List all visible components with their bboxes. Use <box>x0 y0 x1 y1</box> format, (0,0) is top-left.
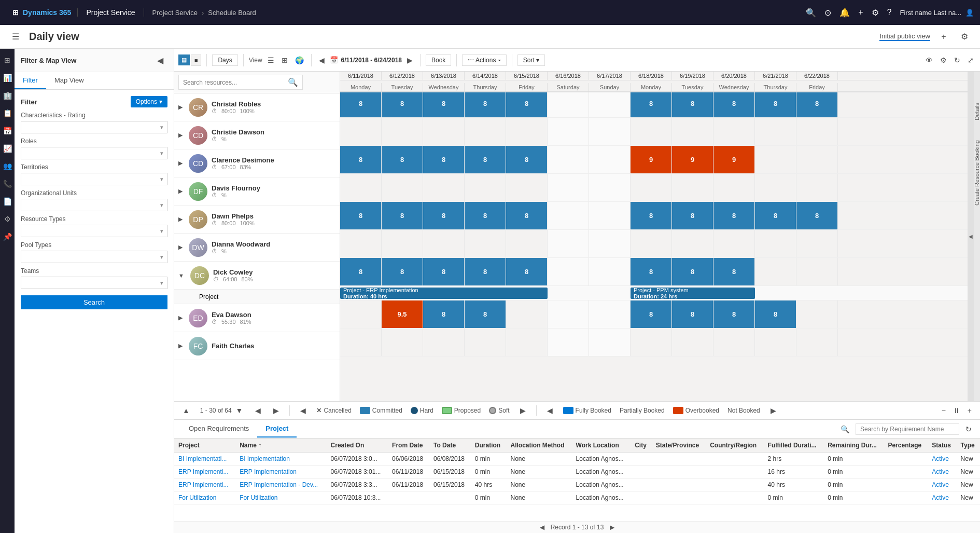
book-button[interactable]: Book <box>426 54 451 66</box>
prev-record-btn[interactable]: ◀ <box>540 524 544 531</box>
sidebar-chart-icon[interactable]: 📈 <box>0 141 15 156</box>
cell-dawn-5[interactable]: 8 <box>506 202 548 229</box>
cell-christal-11[interactable]: 8 <box>755 90 796 117</box>
row1-status-link[interactable]: Active <box>932 455 949 462</box>
sidebar-calendar-icon[interactable]: 📅 <box>0 124 15 138</box>
cell-dick-1[interactable]: 8 <box>340 258 382 285</box>
settings-button[interactable]: ⚙ <box>938 54 949 66</box>
cell-christal-5[interactable]: 8 <box>506 90 548 117</box>
cell-christal-8[interactable]: 8 <box>631 90 672 117</box>
cell-clarence-1[interactable]: 8 <box>340 146 382 173</box>
legend-cal-next[interactable]: ▶ <box>518 404 528 417</box>
sidebar-docs-icon[interactable]: 📄 <box>0 194 15 209</box>
resource-types-select[interactable] <box>21 225 167 237</box>
cell-dawn-12[interactable]: 8 <box>796 202 838 229</box>
org-units-select[interactable] <box>21 199 167 211</box>
actions-button[interactable]: ⬸ Actions ▾ <box>462 54 506 66</box>
legend-prev-button[interactable]: ◀ <box>253 404 263 417</box>
search-submit-icon[interactable]: 🔍 <box>288 77 298 87</box>
cell-dick-10[interactable]: 8 <box>713 258 755 285</box>
expand-christal[interactable]: ▶ <box>178 104 183 111</box>
project-bar-ppm[interactable]: Project - PPM system Duration: 24 hrs <box>631 288 755 299</box>
expand-christie[interactable]: ▶ <box>178 132 183 139</box>
expand-davis[interactable]: ▶ <box>178 188 183 195</box>
breadcrumb-item1[interactable]: Project Service <box>152 9 198 17</box>
characteristics-select[interactable] <box>21 121 167 133</box>
row1-name-link[interactable]: BI Implementation <box>240 455 290 462</box>
bottom-refresh-button[interactable]: ↻ <box>963 423 974 435</box>
cell-dick-4[interactable]: 8 <box>465 258 506 285</box>
menu-toggle-button[interactable]: ☰ <box>8 30 23 44</box>
help-icon[interactable]: ? <box>887 8 892 17</box>
sidebar-account-icon[interactable]: 🏢 <box>0 88 15 103</box>
grid-view-btn[interactable]: ▦ <box>178 54 190 65</box>
sidebar-phone-icon[interactable]: 📞 <box>0 176 15 191</box>
pool-types-select[interactable] <box>21 251 167 263</box>
zoom-out-button[interactable]: − <box>940 404 948 417</box>
next-date-button[interactable]: ▶ <box>405 54 415 66</box>
cell-eva-2[interactable]: 9.5 <box>382 300 423 328</box>
sidebar-dashboard-icon[interactable]: 📊 <box>0 71 15 85</box>
settings-icon[interactable]: ⚙ <box>872 8 879 18</box>
row2-status-link[interactable]: Active <box>932 468 949 475</box>
cell-clarence-2[interactable]: 8 <box>382 146 423 173</box>
cell-christal-4[interactable]: 8 <box>465 90 506 117</box>
territories-select[interactable] <box>21 173 167 185</box>
cell-dawn-3[interactable]: 8 <box>423 202 465 229</box>
right-collapse-handle[interactable]: ◀ <box>968 72 974 401</box>
cell-dawn-11[interactable]: 8 <box>755 202 796 229</box>
expand-button[interactable]: ⤢ <box>965 54 976 66</box>
bottom-search-input[interactable] <box>856 423 959 435</box>
cell-dick-3[interactable]: 8 <box>423 258 465 285</box>
row3-name-link[interactable]: ERP Implementation - Dev... <box>240 481 318 488</box>
next-record-btn[interactable]: ▶ <box>610 524 614 531</box>
cell-clarence-5[interactable]: 8 <box>506 146 548 173</box>
prev-date-button[interactable]: ◀ <box>317 54 327 66</box>
globe-view-button[interactable]: 🌍 <box>293 54 306 66</box>
cell-dawn-9[interactable]: 8 <box>672 202 713 229</box>
row2-name-link[interactable]: ERP Implementation <box>240 468 297 475</box>
cell-dawn-8[interactable]: 8 <box>631 202 672 229</box>
cell-christal-3[interactable]: 8 <box>423 90 465 117</box>
cell-christal-2[interactable]: 8 <box>382 90 423 117</box>
cell-clarence-10[interactable]: 9 <box>713 146 755 173</box>
row3-status-link[interactable]: Active <box>932 481 949 488</box>
row3-project-link[interactable]: ERP Implementi... <box>178 481 228 488</box>
row4-name-link[interactable]: For Utilization <box>240 494 277 501</box>
row4-project-link[interactable]: For Utilization <box>178 494 216 501</box>
bookmark-icon[interactable]: ⊙ <box>824 8 831 18</box>
expand-eva[interactable]: ▶ <box>178 315 183 321</box>
legend-next-button[interactable]: ▶ <box>271 404 281 417</box>
expand-clarence[interactable]: ▶ <box>178 160 183 167</box>
pause-button[interactable]: ⏸ <box>951 404 962 417</box>
cell-clarence-3[interactable]: 8 <box>423 146 465 173</box>
module-name[interactable]: Project Service <box>78 8 144 17</box>
list-view-btn[interactable]: ≡ <box>191 54 201 66</box>
cell-dick-2[interactable]: 8 <box>382 258 423 285</box>
filter-panel-collapse-button[interactable]: ◀ <box>153 53 167 67</box>
cell-eva-11[interactable]: 8 <box>755 300 796 328</box>
sidebar-settings-icon[interactable]: ⚙ <box>0 212 15 226</box>
teams-select[interactable] <box>21 277 167 289</box>
tab-open-requirements[interactable]: Open Requirements <box>180 420 257 438</box>
cell-dawn-4[interactable]: 8 <box>465 202 506 229</box>
filter-tab-map[interactable]: Map View <box>46 72 92 89</box>
cell-dawn-2[interactable]: 8 <box>382 202 423 229</box>
expand-faith[interactable]: ▶ <box>178 343 183 349</box>
cell-clarence-8[interactable]: 9 <box>631 146 672 173</box>
expand-dawn[interactable]: ▶ <box>178 216 183 223</box>
expand-dianna[interactable]: ▶ <box>178 244 183 251</box>
expand-dick[interactable]: ▼ <box>178 272 184 279</box>
cell-dick-8[interactable]: 8 <box>631 258 672 285</box>
tab-project[interactable]: Project <box>257 420 297 438</box>
cell-dick-5[interactable]: 8 <box>506 258 548 285</box>
filter-tab-filter[interactable]: Filter <box>15 72 46 89</box>
add-icon[interactable]: + <box>858 8 863 17</box>
notification-icon[interactable]: 🔔 <box>839 8 850 18</box>
cell-eva-3[interactable]: 8 <box>423 300 465 328</box>
list-view-button[interactable]: ☰ <box>265 54 276 66</box>
cell-christal-1[interactable]: 8 <box>340 90 382 117</box>
cell-clarence-4[interactable]: 8 <box>465 146 506 173</box>
sidebar-contact-icon[interactable]: 📋 <box>0 106 15 120</box>
legend-next2[interactable]: ▶ <box>768 404 778 417</box>
